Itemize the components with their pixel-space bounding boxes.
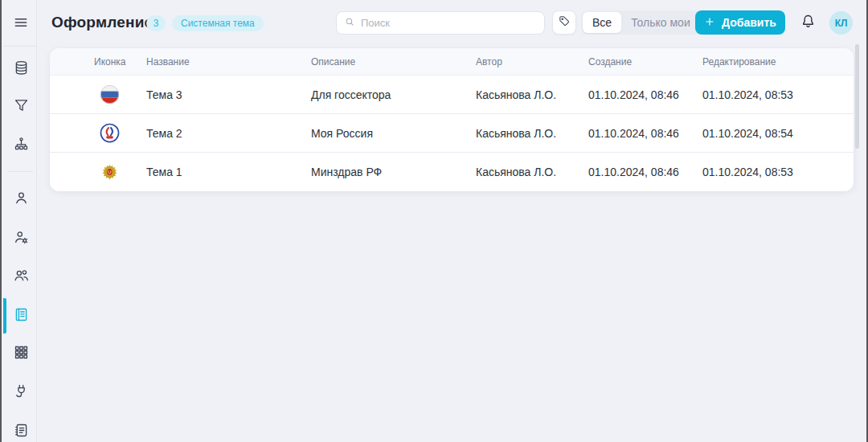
table-header-row: Иконка Название Описание Автор Создание … [50, 48, 854, 76]
theme-description: Для госсектора [311, 88, 476, 101]
sidebar-item-journal[interactable] [6, 415, 36, 442]
sidebar-item-user-settings[interactable] [6, 223, 36, 255]
column-header-author: Автор [476, 56, 588, 68]
theme-description: Моя Россия [311, 127, 476, 140]
sidebar-item-database[interactable] [6, 53, 36, 85]
page-title: Оформление [51, 14, 153, 31]
table-row[interactable]: Тема 2 Моя Россия Касьянова Л.О. 01.10.2… [50, 114, 854, 153]
bell-icon [800, 13, 817, 33]
theme-edited: 01.10.2024, 08:53 [702, 166, 854, 178]
themes-journal-icon [13, 306, 30, 326]
themes-table: Иконка Название Описание Автор Создание … [50, 48, 854, 191]
search-icon [344, 16, 355, 31]
sidebar-item-themes[interactable] [6, 300, 36, 332]
database-icon [13, 59, 30, 80]
sitemap-icon [13, 136, 30, 156]
count-badge: 3 [146, 15, 166, 31]
filter-segmented-control: Все Только мои [581, 10, 702, 35]
filter-icon [13, 97, 30, 117]
user-icon [13, 190, 30, 210]
column-header-icon: Иконка [50, 56, 146, 68]
filter-mine-button[interactable]: Только мои [621, 12, 700, 33]
sidebar-divider [7, 171, 33, 172]
theme-created: 01.10.2024, 08:46 [588, 127, 702, 140]
theme-description: Минздрав РФ [311, 166, 476, 178]
notebook-icon [13, 422, 30, 442]
table-row[interactable]: Тема 1 Минздрав РФ Касьянова Л.О. 01.10.… [50, 153, 854, 191]
sidebar-item-user[interactable] [6, 183, 36, 215]
topbar: Оформление 3 Системная тема Все Только м… [38, 0, 868, 46]
app-window: Оформление 3 Системная тема Все Только м… [0, 0, 868, 442]
sidebar-item-integrations[interactable] [6, 376, 36, 408]
add-button-label: Добавить [722, 16, 776, 29]
user-avatar[interactable]: КЛ [829, 11, 853, 35]
russia-flag-icon [100, 84, 120, 104]
hamburger-menu-icon[interactable] [6, 6, 36, 39]
search-input[interactable] [361, 17, 537, 29]
plug-icon [13, 383, 30, 403]
sidebar-item-filters[interactable] [6, 91, 36, 123]
apps-grid-icon [13, 344, 30, 364]
theme-author: Касьянова Л.О. [476, 88, 588, 101]
sidebar [3, 0, 37, 442]
theme-created: 01.10.2024, 08:46 [588, 166, 702, 178]
notifications-button[interactable] [797, 12, 818, 33]
add-button[interactable]: Добавить [695, 10, 785, 35]
table-row[interactable]: Тема 3 Для госсектора Касьянова Л.О. 01.… [50, 76, 854, 114]
column-header-created: Создание [588, 56, 702, 68]
search-box[interactable] [336, 11, 545, 35]
russia-coat-of-arms-icon [100, 162, 120, 182]
system-theme-chip: Системная тема [172, 15, 264, 31]
moya-rossiya-ribbon-icon [100, 123, 120, 143]
tag-icon [558, 14, 571, 31]
sidebar-item-apps[interactable] [6, 338, 36, 370]
users-group-icon [13, 267, 30, 287]
theme-name: Тема 3 [146, 88, 311, 101]
column-header-name: Название [146, 56, 311, 68]
theme-edited: 01.10.2024, 08:54 [702, 127, 854, 140]
theme-edited: 01.10.2024, 08:53 [702, 88, 854, 101]
sidebar-item-hierarchy[interactable] [6, 129, 36, 162]
theme-name: Тема 2 [146, 127, 311, 140]
theme-created: 01.10.2024, 08:46 [588, 88, 702, 101]
theme-author: Касьянова Л.О. [476, 127, 588, 140]
tags-button[interactable] [552, 10, 576, 35]
sidebar-item-users-group[interactable] [6, 260, 36, 293]
vertical-scrollbar-thumb[interactable] [855, 44, 859, 149]
sidebar-header-divider [3, 46, 37, 47]
column-header-edited: Редактирование [702, 56, 854, 68]
plus-icon [704, 16, 715, 30]
column-header-description: Описание [311, 56, 476, 68]
user-settings-icon [13, 229, 30, 249]
theme-name: Тема 1 [146, 166, 311, 178]
filter-all-button[interactable]: Все [583, 12, 621, 33]
active-item-indicator [3, 298, 6, 334]
theme-author: Касьянова Л.О. [476, 166, 588, 178]
